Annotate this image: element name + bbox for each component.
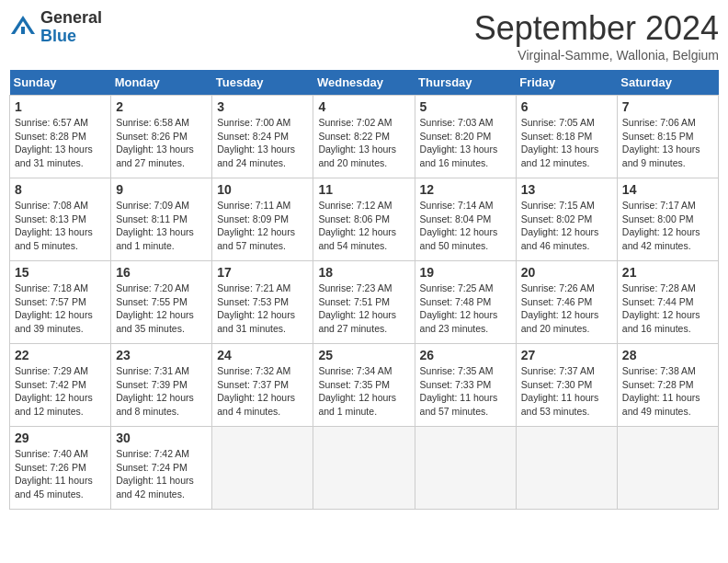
day-number: 6 (521, 99, 612, 114)
day-number: 22 (15, 348, 106, 362)
cell-line: and 46 minutes. (521, 239, 612, 253)
cell-line: and 42 minutes. (622, 239, 713, 253)
cell-line: Sunrise: 7:26 AM (521, 282, 612, 295)
cell-line: Sunrise: 7:03 AM (420, 116, 511, 130)
cell-line: and 53 minutes. (521, 405, 612, 419)
header-saturday: Saturday (617, 70, 718, 96)
cell-line: Sunrise: 7:31 AM (116, 364, 207, 378)
day-number: 18 (318, 265, 409, 280)
calendar-week-2: 8Sunrise: 7:08 AMSunset: 8:13 PMDaylight… (10, 178, 719, 261)
cell-line: Sunrise: 7:42 AM (116, 447, 207, 461)
cell-line: and 16 minutes. (420, 156, 511, 170)
cell-line: Daylight: 12 hours (622, 225, 713, 239)
day-number: 27 (521, 348, 612, 362)
calendar-cell (516, 427, 617, 510)
cell-content: Sunrise: 7:29 AMSunset: 7:42 PMDaylight:… (15, 364, 106, 419)
cell-line: Daylight: 13 hours (420, 143, 511, 156)
cell-line: Sunrise: 7:11 AM (217, 199, 308, 213)
cell-line: Sunrise: 7:05 AM (521, 116, 612, 130)
calendar-cell: 29Sunrise: 7:40 AMSunset: 7:26 PMDayligh… (10, 427, 111, 510)
calendar-cell: 30Sunrise: 7:42 AMSunset: 7:24 PMDayligh… (111, 427, 212, 510)
calendar-cell: 25Sunrise: 7:34 AMSunset: 7:35 PMDayligh… (313, 344, 415, 427)
day-number: 29 (15, 431, 106, 445)
cell-line: Daylight: 12 hours (622, 308, 713, 322)
day-number: 16 (116, 265, 207, 280)
cell-line: Sunset: 7:39 PM (116, 378, 207, 392)
calendar-cell: 12Sunrise: 7:14 AMSunset: 8:04 PMDayligh… (415, 178, 516, 261)
cell-line: and 27 minutes. (318, 322, 409, 336)
cell-line: Daylight: 12 hours (15, 308, 106, 322)
cell-line: Sunrise: 7:02 AM (318, 116, 409, 130)
cell-line: and 50 minutes. (420, 239, 511, 253)
cell-line: and 5 minutes. (15, 239, 106, 253)
cell-line: Daylight: 13 hours (15, 225, 106, 239)
cell-line: and 23 minutes. (420, 322, 511, 336)
cell-line: Sunset: 7:55 PM (116, 295, 207, 309)
logo-blue-text: Blue (40, 28, 102, 46)
cell-line: Sunrise: 6:58 AM (116, 116, 207, 130)
calendar-cell: 21Sunrise: 7:28 AMSunset: 7:44 PMDayligh… (617, 261, 718, 344)
cell-line: Daylight: 13 hours (622, 143, 713, 156)
day-number: 14 (622, 182, 713, 197)
cell-line: Sunset: 8:26 PM (116, 130, 207, 144)
cell-line: and 1 minute. (318, 405, 409, 419)
cell-line: Daylight: 11 hours (420, 391, 511, 405)
cell-line: and 12 minutes. (521, 156, 612, 170)
cell-line: and 35 minutes. (116, 322, 207, 336)
cell-line: Sunset: 8:06 PM (318, 213, 409, 226)
cell-content: Sunrise: 7:42 AMSunset: 7:24 PMDaylight:… (116, 447, 207, 501)
calendar-week-5: 29Sunrise: 7:40 AMSunset: 7:26 PMDayligh… (10, 427, 719, 510)
cell-line: Sunset: 8:28 PM (15, 130, 106, 144)
logo-general-text: General (40, 9, 102, 28)
day-number: 10 (217, 182, 308, 197)
day-number: 20 (521, 265, 612, 280)
header-friday: Friday (516, 70, 617, 96)
calendar-cell: 9Sunrise: 7:09 AMSunset: 8:11 PMDaylight… (111, 178, 212, 261)
calendar-cell: 28Sunrise: 7:38 AMSunset: 7:28 PMDayligh… (617, 344, 718, 427)
cell-content: Sunrise: 7:20 AMSunset: 7:55 PMDaylight:… (116, 282, 207, 336)
cell-line: Daylight: 12 hours (217, 391, 308, 405)
cell-line: Sunrise: 7:08 AM (15, 199, 106, 213)
cell-line: Sunrise: 7:23 AM (318, 282, 409, 295)
calendar-cell (617, 427, 718, 510)
day-number: 15 (15, 265, 106, 280)
calendar-cell (212, 427, 313, 510)
day-number: 8 (15, 182, 106, 197)
cell-content: Sunrise: 7:11 AMSunset: 8:09 PMDaylight:… (217, 199, 308, 253)
cell-line: Sunset: 8:04 PM (420, 213, 511, 226)
cell-line: Sunset: 8:22 PM (318, 130, 409, 144)
cell-line: Sunrise: 7:28 AM (622, 282, 713, 295)
cell-line: Sunrise: 7:38 AM (622, 364, 713, 378)
cell-line: Daylight: 11 hours (116, 474, 207, 488)
calendar-cell: 27Sunrise: 7:37 AMSunset: 7:30 PMDayligh… (516, 344, 617, 427)
day-number: 12 (420, 182, 511, 197)
cell-line: Sunset: 7:42 PM (15, 378, 106, 392)
calendar-cell: 7Sunrise: 7:06 AMSunset: 8:15 PMDaylight… (617, 96, 718, 178)
cell-line: and 20 minutes. (318, 156, 409, 170)
day-number: 25 (318, 348, 409, 362)
cell-line: and 31 minutes. (15, 156, 106, 170)
cell-content: Sunrise: 7:40 AMSunset: 7:26 PMDaylight:… (15, 447, 106, 501)
cell-line: Daylight: 13 hours (217, 143, 308, 156)
cell-line: Sunrise: 7:40 AM (15, 447, 106, 461)
cell-line: Daylight: 12 hours (521, 225, 612, 239)
cell-line: and 24 minutes. (217, 156, 308, 170)
month-title: September 2024 (474, 9, 719, 48)
cell-content: Sunrise: 7:34 AMSunset: 7:35 PMDaylight:… (318, 364, 409, 419)
cell-line: Sunset: 7:51 PM (318, 295, 409, 309)
day-number: 7 (622, 99, 713, 114)
cell-line: Sunset: 7:35 PM (318, 378, 409, 392)
calendar-cell: 26Sunrise: 7:35 AMSunset: 7:33 PMDayligh… (415, 344, 516, 427)
calendar-cell (313, 427, 415, 510)
cell-line: Sunrise: 7:09 AM (116, 199, 207, 213)
title-area: September 2024 Virginal-Samme, Wallonia,… (474, 9, 719, 63)
cell-line: Sunrise: 7:17 AM (622, 199, 713, 213)
cell-line: and 8 minutes. (116, 405, 207, 419)
cell-line: and 39 minutes. (15, 322, 106, 336)
cell-line: Sunset: 7:46 PM (521, 295, 612, 309)
cell-line: Daylight: 13 hours (15, 143, 106, 156)
cell-line: Sunrise: 7:00 AM (217, 116, 308, 130)
calendar-cell: 11Sunrise: 7:12 AMSunset: 8:06 PMDayligh… (313, 178, 415, 261)
cell-line: Sunset: 8:00 PM (622, 213, 713, 226)
day-number: 13 (521, 182, 612, 197)
